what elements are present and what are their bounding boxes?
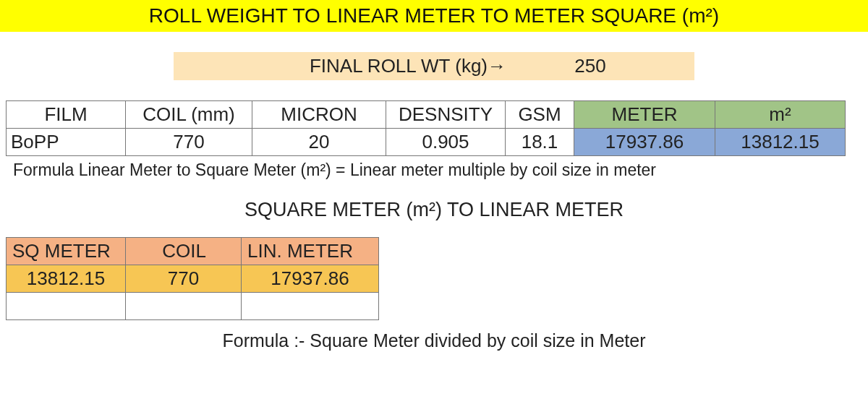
col-header-gsm: GSM bbox=[506, 101, 574, 129]
page-title: ROLL WEIGHT TO LINEAR METER TO METER SQU… bbox=[0, 0, 868, 32]
formula-linear-to-square: Formula Linear Meter to Square Meter (m²… bbox=[13, 160, 868, 180]
cell-empty bbox=[126, 293, 242, 320]
cell-m2: 13812.15 bbox=[715, 129, 846, 156]
page: ROLL WEIGHT TO LINEAR METER TO METER SQU… bbox=[0, 0, 868, 412]
section-title-square-to-linear: SQUARE METER (m²) TO LINEAR METER bbox=[0, 199, 868, 221]
cell-gsm: 18.1 bbox=[506, 129, 574, 156]
cell-film: BoPP bbox=[7, 129, 126, 156]
cell-coil: 770 bbox=[126, 129, 252, 156]
col-header-coil-2: COIL bbox=[126, 238, 242, 265]
col-header-coil: COIL (mm) bbox=[126, 101, 252, 129]
cell-meter: 17937.86 bbox=[574, 129, 715, 156]
conversion-table-1: FILM COIL (mm) MICRON DESNSITY GSM METER… bbox=[6, 100, 846, 156]
final-roll-weight-value: 250 bbox=[518, 55, 663, 77]
col-header-m2: m² bbox=[715, 101, 846, 129]
final-roll-weight-label: FINAL ROLL WT (kg)→ bbox=[174, 55, 518, 77]
col-header-sq-meter: SQ METER bbox=[7, 238, 126, 265]
conversion-table-2: SQ METER COIL LIN. METER 13812.15 770 17… bbox=[6, 237, 379, 320]
col-header-film: FILM bbox=[7, 101, 126, 129]
col-header-meter: METER bbox=[574, 101, 715, 129]
col-header-micron: MICRON bbox=[252, 101, 386, 129]
formula-square-to-linear: Formula :- Square Meter divided by coil … bbox=[0, 330, 868, 351]
table-row: BoPP 770 20 0.905 18.1 17937.86 13812.15 bbox=[7, 129, 846, 156]
cell-micron: 20 bbox=[252, 129, 386, 156]
table-row: FILM COIL (mm) MICRON DESNSITY GSM METER… bbox=[7, 101, 846, 129]
cell-empty bbox=[242, 293, 379, 320]
cell-empty bbox=[7, 293, 126, 320]
final-roll-weight-band: FINAL ROLL WT (kg)→ 250 bbox=[174, 52, 694, 80]
cell-density: 0.905 bbox=[386, 129, 506, 156]
cell-coil-2: 770 bbox=[126, 265, 242, 293]
col-header-density: DESNSITY bbox=[386, 101, 506, 129]
table-row: SQ METER COIL LIN. METER bbox=[7, 238, 379, 265]
table-row: 13812.15 770 17937.86 bbox=[7, 265, 379, 293]
table-row bbox=[7, 293, 379, 320]
cell-sq-meter: 13812.15 bbox=[7, 265, 126, 293]
col-header-lin-meter: LIN. METER bbox=[242, 238, 379, 265]
cell-lin-meter: 17937.86 bbox=[242, 265, 379, 293]
